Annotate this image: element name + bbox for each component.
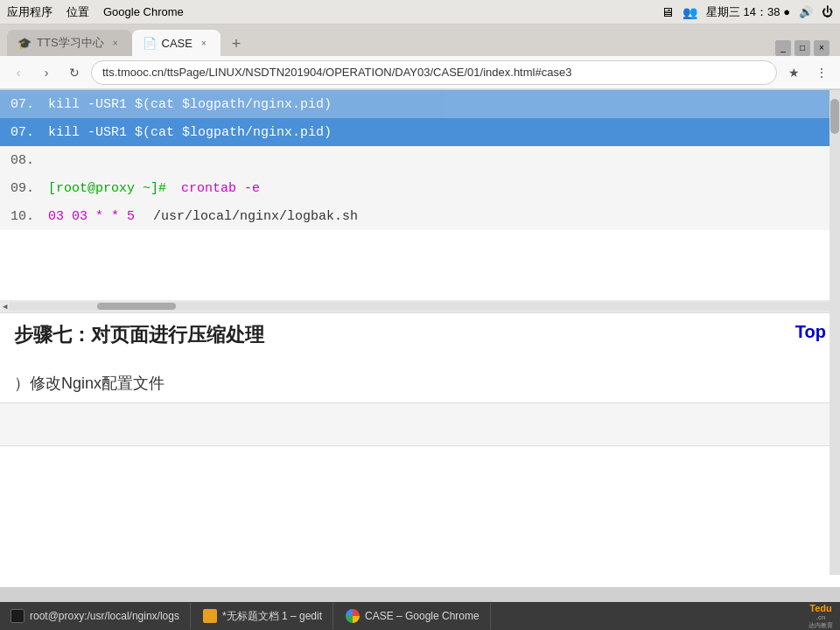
gedit-label: *无标题文档 1 – gedit bbox=[222, 609, 322, 624]
code-block: 07. kill -USR1 $(cat $logpath/nginx.pid)… bbox=[0, 90, 840, 313]
code-line-07-top: 07. kill -USR1 $(cat $logpath/nginx.pid) bbox=[0, 90, 840, 118]
terminal-label: root@proxy:/usr/local/nginx/logs bbox=[30, 610, 179, 622]
case-favicon: 📄 bbox=[143, 37, 157, 50]
maximize-btn[interactable]: □ bbox=[794, 40, 810, 56]
tts-favicon: 🎓 bbox=[18, 37, 32, 50]
network-icon: 👥 bbox=[682, 5, 697, 19]
h-scrollbar-track[interactable] bbox=[10, 302, 830, 311]
reload-button[interactable]: ↻ bbox=[63, 61, 86, 84]
address-bar[interactable]: tts.tmooc.cn/ttsPage/LINUX/NSDTN201904/O… bbox=[91, 60, 777, 85]
apps-menu[interactable]: 应用程序 bbox=[7, 4, 52, 20]
line-content-07: kill -USR1 $(cat $logpath/nginx.pid) bbox=[48, 125, 840, 140]
brand-text: Tedu bbox=[809, 603, 831, 613]
page-section: 步骤七：对页面进行压缩处理 Top ）修改Nginx配置文件 bbox=[0, 313, 840, 402]
location-menu[interactable]: 位置 bbox=[66, 4, 89, 20]
h-scrollbar-thumb[interactable] bbox=[97, 303, 176, 310]
time-display: 星期三 14：38 ● bbox=[706, 4, 790, 20]
brand-logo: Tedu .cn 达内教育 bbox=[808, 603, 833, 630]
forward-button[interactable]: › bbox=[35, 61, 58, 84]
browser-content: 07. kill -USR1 $(cat $logpath/nginx.pid)… bbox=[0, 90, 840, 587]
browser-chrome: 🎓 TTS学习中心 × 📄 CASE × + _ □ × ‹ › ↻ tts.t… bbox=[0, 24, 840, 90]
code-line-07: 07. kill -USR1 $(cat $logpath/nginx.pid) bbox=[0, 118, 840, 146]
command-crontab: crontab -e bbox=[181, 181, 260, 196]
system-bar-left: 应用程序 位置 Google Chrome bbox=[7, 4, 184, 20]
new-tab-button[interactable]: + bbox=[224, 32, 248, 56]
bookmark-button[interactable]: ★ bbox=[782, 61, 805, 84]
chrome-menu[interactable]: Google Chrome bbox=[103, 5, 184, 18]
line-content-09: [root@proxy ~]# crontab -e bbox=[48, 181, 840, 196]
top-link[interactable]: Top bbox=[795, 322, 826, 342]
back-button[interactable]: ‹ bbox=[7, 61, 30, 84]
code-bottom-space bbox=[0, 230, 840, 300]
case-tab-label: CASE bbox=[162, 37, 192, 50]
scroll-left-arrow[interactable]: ◀ bbox=[0, 302, 10, 312]
tab-case[interactable]: 📄 CASE × bbox=[132, 30, 220, 56]
chrome-icon bbox=[346, 609, 360, 623]
system-bar: 应用程序 位置 Google Chrome 🖥 👥 星期三 14：38 ● 🔊 … bbox=[0, 0, 840, 24]
h-scrollbar[interactable]: ◀ ▶ bbox=[0, 300, 840, 312]
case-tab-close[interactable]: × bbox=[198, 37, 210, 49]
code-line-08: 08. bbox=[0, 146, 840, 174]
line-num-09: 09. bbox=[0, 181, 48, 196]
url-text: tts.tmooc.cn/ttsPage/LINUX/NSDTN201904/O… bbox=[102, 66, 571, 79]
prompt-text: [root@proxy ~]# bbox=[48, 181, 166, 196]
taskbar-terminal[interactable]: root@proxy:/usr/local/nginx/logs bbox=[0, 603, 191, 629]
sub-content: ）修改Nginx配置文件 bbox=[14, 373, 826, 394]
taskbar-gedit[interactable]: *无标题文档 1 – gedit bbox=[192, 603, 333, 629]
line-num-07a: 07. bbox=[0, 97, 48, 112]
line-num-08: 08. bbox=[0, 153, 48, 168]
v-scrollbar-thumb[interactable] bbox=[830, 99, 839, 134]
bottom-code-block bbox=[0, 402, 840, 446]
menu-button[interactable]: ⋮ bbox=[810, 61, 833, 84]
line-content-10: 03 03 * * 5 /usr/local/nginx/logbak.sh bbox=[48, 209, 840, 224]
line-num-10: 10. bbox=[0, 209, 48, 224]
cron-path: /usr/local/nginx/logbak.sh bbox=[153, 209, 358, 224]
tab-tts[interactable]: 🎓 TTS学习中心 × bbox=[7, 30, 132, 56]
taskbar: root@proxy:/usr/local/nginx/logs *无标题文档 … bbox=[0, 602, 840, 630]
cron-time: 03 03 * * 5 bbox=[48, 209, 135, 224]
volume-icon: 🔊 bbox=[799, 5, 813, 18]
gedit-icon bbox=[203, 609, 217, 623]
tts-tab-close[interactable]: × bbox=[109, 37, 122, 49]
line-content-07a: kill -USR1 $(cat $logpath/nginx.pid) bbox=[48, 97, 840, 112]
code-line-09: 09. [root@proxy ~]# crontab -e bbox=[0, 174, 840, 202]
line-num-07: 07. bbox=[0, 125, 48, 140]
tts-tab-label: TTS学习中心 bbox=[37, 35, 104, 51]
terminal-icon bbox=[10, 609, 24, 623]
brand-sub: 达内教育 bbox=[808, 621, 833, 630]
close-btn[interactable]: × bbox=[814, 40, 830, 56]
taskbar-brand: Tedu .cn 达内教育 bbox=[802, 603, 840, 630]
chrome-label: CASE – Google Chrome bbox=[365, 610, 480, 622]
line-content-08 bbox=[48, 153, 840, 168]
minimize-btn[interactable]: _ bbox=[775, 40, 791, 56]
section-heading: 步骤七：对页面进行压缩处理 bbox=[14, 322, 264, 348]
power-icon: ⏻ bbox=[822, 5, 833, 18]
v-scrollbar[interactable] bbox=[830, 90, 840, 575]
nav-bar: ‹ › ↻ tts.tmooc.cn/ttsPage/LINUX/NSDTN20… bbox=[0, 56, 840, 89]
code-line-10: 10. 03 03 * * 5 /usr/local/nginx/logbak.… bbox=[0, 202, 840, 230]
taskbar-chrome[interactable]: CASE – Google Chrome bbox=[335, 603, 491, 629]
system-bar-right: 🖥 👥 星期三 14：38 ● 🔊 ⏻ bbox=[661, 4, 833, 20]
brand-cn: .cn bbox=[816, 613, 826, 621]
tab-bar: 🎓 TTS学习中心 × 📄 CASE × + _ □ × bbox=[0, 24, 840, 56]
monitor-icon: 🖥 bbox=[661, 4, 674, 19]
